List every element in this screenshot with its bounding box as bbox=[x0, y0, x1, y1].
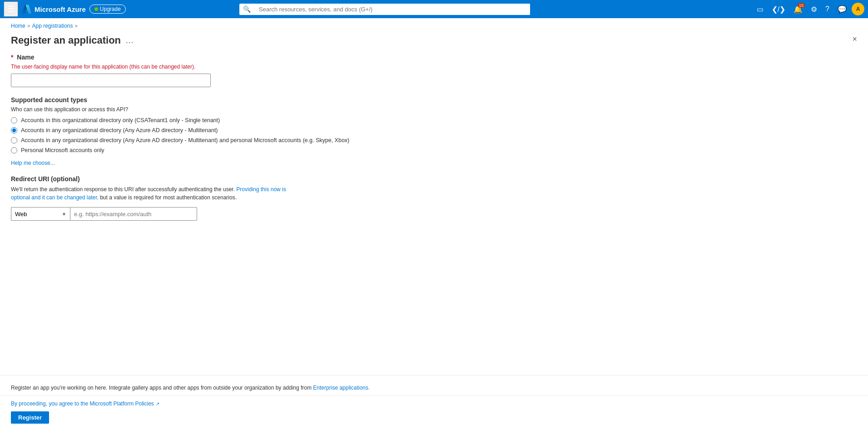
register-button[interactable]: Register bbox=[11, 411, 49, 424]
search-bar: 🔍 bbox=[239, 4, 530, 15]
breadcrumb-home[interactable]: Home bbox=[11, 23, 25, 29]
name-field-label: * Name bbox=[11, 54, 857, 61]
account-types-label: Supported account types bbox=[11, 96, 857, 104]
feedback-button[interactable]: 💬 bbox=[834, 3, 850, 15]
upgrade-button[interactable]: Upgrade bbox=[89, 5, 126, 14]
bottom-note-text: Register an app you're working on here. … bbox=[11, 385, 313, 391]
spacer bbox=[0, 298, 868, 375]
help-icon: ? bbox=[825, 5, 829, 13]
account-types-section: Supported account types Who can use this… bbox=[11, 96, 857, 166]
radio-multitenant-personal[interactable] bbox=[11, 137, 17, 143]
settings-icon: ⚙ bbox=[811, 5, 817, 14]
redirect-type-select[interactable]: Web SPA Public client/native (mobile & d… bbox=[11, 207, 70, 221]
portal-icon: ▭ bbox=[757, 5, 764, 14]
notification-button[interactable]: 🔔 15 bbox=[790, 3, 806, 15]
feedback-icon: 💬 bbox=[838, 5, 847, 14]
required-asterisk: * bbox=[11, 54, 13, 61]
breadcrumb-separator-1: > bbox=[27, 23, 30, 29]
avatar[interactable]: A bbox=[852, 3, 864, 15]
more-options-button[interactable]: … bbox=[125, 36, 134, 45]
close-button[interactable]: × bbox=[852, 35, 857, 44]
footer: By proceeding, you agree to the Microsof… bbox=[0, 395, 868, 430]
settings-button[interactable]: ⚙ bbox=[808, 3, 820, 15]
breadcrumb: Home > App registrations > bbox=[0, 18, 868, 31]
account-types-question: Who can use this application or access t… bbox=[11, 106, 857, 113]
breadcrumb-app-registrations[interactable]: App registrations bbox=[32, 23, 73, 29]
portal-icon-button[interactable]: ▭ bbox=[754, 3, 767, 15]
upgrade-label: Upgrade bbox=[100, 6, 121, 12]
radio-option-single-tenant[interactable]: Accounts in this organizational director… bbox=[11, 117, 857, 124]
page-title: Register an application bbox=[11, 35, 121, 46]
policy-text: By proceeding, you agree to the Microsof… bbox=[11, 400, 154, 407]
search-input[interactable] bbox=[254, 4, 530, 15]
external-link-icon: ↗ bbox=[156, 401, 159, 406]
name-field-section: * Name The user-facing display name for … bbox=[11, 54, 857, 87]
breadcrumb-separator-2: > bbox=[75, 23, 78, 29]
form-area: * Name The user-facing display name for … bbox=[0, 54, 868, 298]
redirect-desc-part2: but a value is required for most authent… bbox=[99, 194, 237, 201]
redirect-inputs-group: Web SPA Public client/native (mobile & d… bbox=[11, 207, 857, 221]
upgrade-dot-icon bbox=[94, 7, 98, 11]
redirect-type-wrapper: Web SPA Public client/native (mobile & d… bbox=[11, 207, 70, 221]
radio-personal-only-label: Personal Microsoft accounts only bbox=[21, 147, 104, 153]
help-me-choose-link[interactable]: Help me choose... bbox=[11, 160, 55, 166]
help-button[interactable]: ? bbox=[822, 3, 833, 15]
notification-badge: 15 bbox=[798, 3, 805, 8]
bottom-note: Register an app you're working on here. … bbox=[0, 375, 868, 395]
policy-link[interactable]: By proceeding, you agree to the Microsof… bbox=[11, 400, 857, 407]
cloud-shell-button[interactable]: ❮/❯ bbox=[769, 3, 789, 15]
radio-multitenant-label: Accounts in any organizational directory… bbox=[21, 127, 218, 133]
radio-personal-only[interactable] bbox=[11, 147, 17, 153]
search-icon: 🔍 bbox=[239, 5, 254, 13]
cloud-shell-icon: ❮/❯ bbox=[772, 5, 785, 14]
top-navigation: ☰ bbox=[0, 0, 868, 18]
radio-single-tenant-label: Accounts in this organizational director… bbox=[21, 117, 220, 124]
app-name-input[interactable] bbox=[11, 74, 211, 87]
redirect-desc-part1: We'll return the authentication response… bbox=[11, 186, 236, 193]
radio-multitenant[interactable] bbox=[11, 127, 17, 133]
radio-option-multitenant-personal[interactable]: Accounts in any organizational directory… bbox=[11, 137, 857, 143]
enterprise-applications-link[interactable]: Enterprise applications. bbox=[313, 385, 370, 391]
topnav-icon-group: ▭ ❮/❯ 🔔 15 ⚙ ? 💬 A bbox=[754, 3, 864, 15]
main-content: Home > App registrations > Register an a… bbox=[0, 18, 868, 430]
name-field-description: The user-facing display name for this ap… bbox=[11, 64, 857, 70]
brand-logo: Microsoft Azure bbox=[22, 4, 86, 14]
redirect-uri-section: Redirect URI (optional) We'll return the… bbox=[11, 175, 857, 221]
radio-option-personal-only[interactable]: Personal Microsoft accounts only bbox=[11, 147, 857, 153]
hamburger-menu-button[interactable]: ☰ bbox=[4, 1, 18, 17]
radio-multitenant-personal-label: Accounts in any organizational directory… bbox=[21, 137, 349, 143]
redirect-uri-description: We'll return the authentication response… bbox=[11, 185, 302, 202]
page-header: Register an application … × bbox=[0, 31, 868, 54]
azure-logo-icon bbox=[22, 4, 32, 14]
redirect-uri-label: Redirect URI (optional) bbox=[11, 175, 857, 183]
radio-option-multitenant[interactable]: Accounts in any organizational directory… bbox=[11, 127, 857, 133]
brand-name: Microsoft Azure bbox=[35, 5, 86, 13]
radio-single-tenant[interactable] bbox=[11, 117, 17, 124]
redirect-url-input[interactable] bbox=[70, 207, 197, 221]
